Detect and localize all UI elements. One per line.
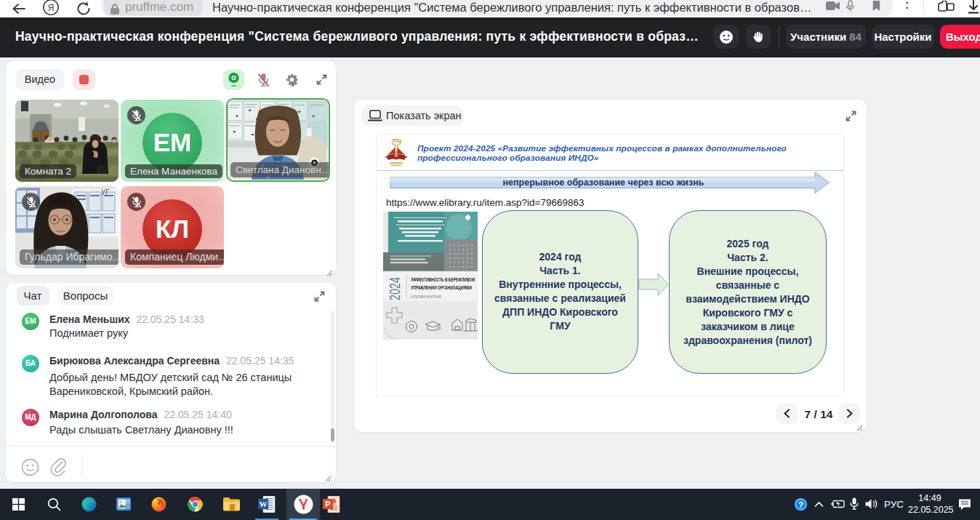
svg-text:W: W (260, 500, 268, 508)
svg-text:КОЛЛЕКТИВНАЯ МОНОГРАФИЯ: КОЛЛЕКТИВНАЯ МОНОГРАФИЯ (411, 295, 441, 299)
svg-text:непрерывное образование через: непрерывное образование через всю жизнь (503, 177, 704, 188)
svg-text:УГ: УГ (101, 188, 110, 196)
svg-text:P: P (325, 500, 330, 508)
svg-text:Я: Я (48, 3, 55, 13)
svg-text:?: ? (798, 500, 803, 509)
svg-text:УПРАВЛЕНИИ ОРГАНИЗАЦИЯМИ: УПРАВЛЕНИИ ОРГАНИЗАЦИЯМИ (411, 284, 472, 291)
svg-text:ЭФФЕКТИВНОСТЬ В БЕРЕЖЛИВОМ: ЭФФЕКТИВНОСТЬ В БЕРЕЖЛИВОМ (411, 276, 475, 283)
svg-text:2024: 2024 (387, 277, 403, 300)
